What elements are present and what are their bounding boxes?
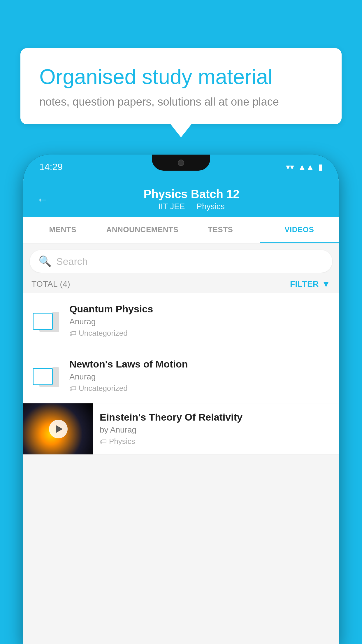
phone-notch: [152, 155, 210, 171]
phone-frame: 14:29 ▾▾ ▲▲ ▮ ← Physics Batch 12 IIT JEE…: [23, 155, 339, 644]
filter-icon: ▼: [322, 279, 331, 289]
phone-inner: ← Physics Batch 12 IIT JEE Physics MENTS…: [23, 179, 339, 644]
search-placeholder[interactable]: Search: [56, 256, 88, 267]
tag-icon: 🏷: [69, 329, 76, 337]
search-bar[interactable]: 🔍 Search: [30, 250, 332, 273]
filter-bar: TOTAL (4) FILTER ▼: [23, 273, 339, 293]
item-info: Quantum Physics Anurag 🏷 Uncategorized: [69, 303, 331, 338]
video-thumbnail: [23, 403, 93, 454]
list-item[interactable]: Newton's Laws of Motion Anurag 🏷 Uncateg…: [23, 348, 339, 403]
back-button[interactable]: ←: [36, 192, 49, 206]
list-item-video[interactable]: Einstein's Theory Of Relativity by Anura…: [23, 403, 339, 455]
video-tag: 🏷 Physics: [100, 437, 332, 446]
tag-label: Physics: [109, 437, 135, 446]
item-tag: 🏷 Uncategorized: [69, 329, 331, 338]
item-author: Anurag: [69, 372, 331, 382]
video-info: Einstein's Theory Of Relativity by Anura…: [93, 403, 339, 454]
item-title: Quantum Physics: [69, 303, 331, 315]
tab-announcements[interactable]: ANNOUNCEMENTS: [102, 217, 181, 243]
video-play-button[interactable]: [49, 420, 68, 438]
video-author: by Anurag: [100, 425, 332, 435]
bubble-title: Organised study material: [39, 64, 323, 89]
bubble-subtitle: notes, question papers, solutions all at…: [39, 96, 323, 108]
content-area: 🔍 Search TOTAL (4) FILTER ▼: [23, 244, 339, 644]
signal-icon: ▲▲: [298, 162, 314, 172]
video-title: Einstein's Theory Of Relativity: [100, 412, 332, 423]
search-icon: 🔍: [38, 255, 52, 267]
tag-iitjee: IIT JEE: [158, 202, 185, 211]
notch-camera: [178, 160, 184, 166]
tag-physics: Physics: [196, 202, 224, 211]
header-title-area: Physics Batch 12 IIT JEE Physics: [57, 188, 326, 211]
status-time: 14:29: [39, 162, 63, 172]
filter-button[interactable]: FILTER ▼: [290, 279, 331, 289]
folder-icon-container: [31, 364, 61, 387]
dual-folder-icon: [33, 309, 59, 332]
dual-folder-icon: [33, 364, 59, 387]
item-tag: 🏷 Uncategorized: [69, 384, 331, 393]
app-header: ← Physics Batch 12 IIT JEE Physics: [23, 179, 339, 217]
tag-icon: 🏷: [100, 438, 107, 446]
play-icon: [56, 425, 63, 433]
tab-tests[interactable]: TESTS: [181, 217, 260, 243]
battery-icon: ▮: [318, 162, 323, 172]
video-list: Quantum Physics Anurag 🏷 Uncategorized: [23, 293, 339, 455]
tag-label: Uncategorized: [79, 384, 128, 393]
tab-videos[interactable]: VIDEOS: [260, 217, 339, 244]
batch-subtitle: IIT JEE Physics: [57, 202, 326, 211]
item-info: Newton's Laws of Motion Anurag 🏷 Uncateg…: [69, 358, 331, 393]
speech-bubble: Organised study material notes, question…: [20, 48, 342, 124]
list-item[interactable]: Quantum Physics Anurag 🏷 Uncategorized: [23, 293, 339, 348]
status-icons: ▾▾ ▲▲ ▮: [286, 162, 323, 172]
folder-icon-container: [31, 309, 61, 332]
tag-icon: 🏷: [69, 384, 76, 393]
tab-ments[interactable]: MENTS: [23, 217, 102, 243]
filter-label: FILTER: [290, 279, 319, 289]
status-bar: 14:29 ▾▾ ▲▲ ▮: [23, 155, 339, 179]
batch-title: Physics Batch 12: [57, 188, 326, 201]
item-author: Anurag: [69, 317, 331, 326]
tabs-bar: MENTS ANNOUNCEMENTS TESTS VIDEOS: [23, 217, 339, 244]
tag-label: Uncategorized: [79, 329, 128, 338]
phone-screen: ← Physics Batch 12 IIT JEE Physics MENTS…: [23, 179, 339, 644]
wifi-icon: ▾▾: [286, 162, 294, 172]
total-count: TOTAL (4): [31, 279, 70, 289]
item-title: Newton's Laws of Motion: [69, 358, 331, 370]
